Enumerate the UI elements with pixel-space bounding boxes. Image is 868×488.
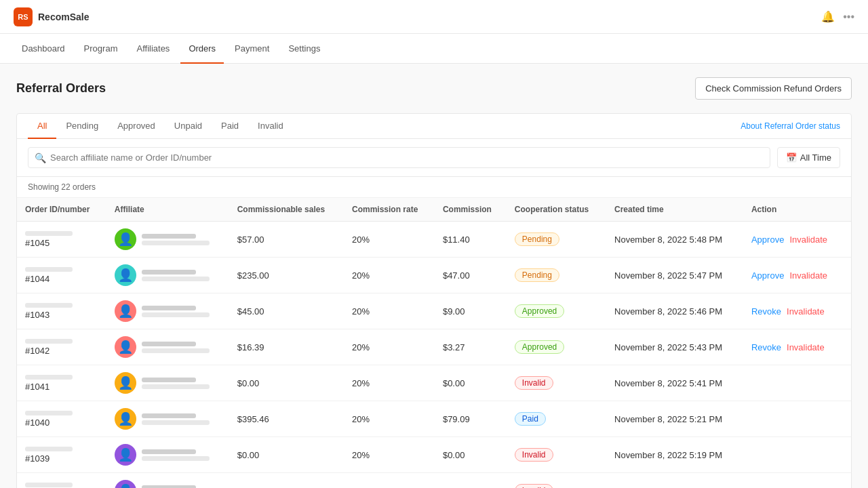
commission-rate-cell: 20% <box>344 329 435 365</box>
order-cell: #1045 <box>25 231 98 248</box>
topbar: RS RecomSale 🔔 ••• <box>0 0 868 34</box>
status-cell: Pending <box>507 222 606 258</box>
showing-text: Showing 22 orders <box>17 177 851 198</box>
main-nav: Dashboard Program Affiliates Orders Paym… <box>0 34 868 64</box>
commission-cell: $0.00 <box>435 365 507 401</box>
orders-card: All Pending Approved Unpaid Paid Invalid… <box>16 113 852 488</box>
page-header: Referral Orders Check Commission Refund … <box>16 77 852 100</box>
action-cell: RevokeInvalidate <box>743 329 851 365</box>
created-time-cell: November 8, 2022 5:21 PM <box>606 401 743 437</box>
nav-item-program[interactable]: Program <box>76 34 126 64</box>
commissionable-sales-cell: $235.00 <box>229 258 344 293</box>
about-referral-link[interactable]: About Referral Order status <box>741 115 840 138</box>
affiliate-name-bar <box>142 485 196 489</box>
affiliate-cell: 👤 <box>106 473 229 489</box>
affiliate-detail-bar <box>142 277 210 281</box>
order-id: #1043 <box>25 310 98 320</box>
tab-paid[interactable]: Paid <box>212 114 248 139</box>
created-time-cell: November 8, 2022 5:43 PM <box>606 329 743 365</box>
logo-icon: RS <box>14 7 33 26</box>
col-cooperation-status: Cooperation status <box>507 198 606 222</box>
created-time-cell: November 8, 2022 5:48 PM <box>606 222 743 258</box>
action-cell: RevokeInvalidate <box>743 293 851 329</box>
status-cell: Approved <box>507 293 606 329</box>
affiliate-info-cell: 👤 <box>115 444 221 466</box>
status-badge: Invalid <box>515 484 553 488</box>
avatar: 👤 <box>115 264 136 286</box>
col-commission-rate: Commission rate <box>344 198 435 222</box>
commission-cell: $0.00 <box>435 437 507 473</box>
table-row: #1044 👤 $235.0020%$47.00PendingNovember … <box>17 258 851 293</box>
commission-rate-cell: 20% <box>344 293 435 329</box>
commissionable-sales-cell: $16.39 <box>229 329 344 365</box>
order-id-cell: #1043 <box>17 293 106 329</box>
nav-item-settings[interactable]: Settings <box>280 34 328 64</box>
order-cell: #1042 <box>25 339 98 356</box>
commissionable-sales-cell: $395.46 <box>229 401 344 437</box>
tab-approved[interactable]: Approved <box>108 114 165 139</box>
action-approve-link[interactable]: Approve <box>751 270 784 281</box>
commission-cell: $47.00 <box>435 258 507 293</box>
affiliate-cell: 👤 <box>106 293 229 329</box>
action-invalidate-link[interactable]: Invalidate <box>789 235 827 245</box>
affiliate-info-cell: 👤 <box>115 264 221 286</box>
col-commission: Commission <box>435 198 507 222</box>
order-id-cell: #1039 <box>17 437 106 473</box>
commissionable-sales-cell: $45.00 <box>229 293 344 329</box>
search-icon: 🔍 <box>35 152 46 163</box>
nav-item-dashboard[interactable]: Dashboard <box>14 34 73 64</box>
status-cell: Invalid <box>507 473 606 489</box>
nav-item-payment[interactable]: Payment <box>226 34 277 64</box>
bell-icon[interactable]: 🔔 <box>821 10 835 23</box>
affiliate-detail-bar <box>142 456 210 461</box>
nav-item-affiliates[interactable]: Affiliates <box>128 34 178 64</box>
affiliate-cell: 👤 <box>106 437 229 473</box>
calendar-icon: 📅 <box>786 152 797 163</box>
col-affiliate: Affiliate <box>106 198 229 222</box>
order-id: #1044 <box>25 274 98 284</box>
action-invalidate-link[interactable]: Invalidate <box>787 342 825 352</box>
action-cell: ApproveInvalidate <box>743 222 851 258</box>
tab-all[interactable]: All <box>28 114 56 139</box>
more-options-icon[interactable]: ••• <box>843 11 854 23</box>
table-row: #1043 👤 $45.0020%$9.00ApprovedNovember 8… <box>17 293 851 329</box>
avatar: 👤 <box>115 408 136 430</box>
order-id-cell: #1041 <box>17 365 106 401</box>
commission-rate-cell: 20% <box>344 401 435 437</box>
tab-pending[interactable]: Pending <box>56 114 108 139</box>
commission-rate-cell: 20% <box>344 365 435 401</box>
tab-invalid[interactable]: Invalid <box>248 114 293 139</box>
action-invalidate-link[interactable]: Invalidate <box>789 270 827 281</box>
action-approve-link[interactable]: Approve <box>751 235 784 245</box>
brand-name: RecomSale <box>38 12 89 22</box>
action-cell: ApproveInvalidate <box>743 258 851 293</box>
search-wrapper: 🔍 <box>28 147 770 168</box>
table-row: #1038 👤 $0.0020%$0.00InvalidNovember 8, … <box>17 473 851 489</box>
action-revoke-link[interactable]: Revoke <box>751 342 781 352</box>
time-filter-button[interactable]: 📅 All Time <box>777 147 840 168</box>
nav-item-orders[interactable]: Orders <box>180 34 224 64</box>
affiliate-name-info <box>142 342 210 353</box>
search-input[interactable] <box>28 147 770 168</box>
affiliate-cell: 👤 <box>106 258 229 293</box>
commissionable-sales-cell: $0.00 <box>229 437 344 473</box>
order-cell: #1039 <box>25 447 98 464</box>
affiliate-name-info <box>142 306 210 317</box>
action-revoke-link[interactable]: Revoke <box>751 306 781 317</box>
topbar-left: RS RecomSale <box>14 7 89 26</box>
check-commission-button[interactable]: Check Commission Refund Orders <box>695 77 852 100</box>
affiliate-info-cell: 👤 <box>115 228 221 250</box>
tabs-left: All Pending Approved Unpaid Paid Invalid <box>28 114 293 138</box>
order-placeholder-bar <box>25 339 73 344</box>
affiliate-name-info <box>142 449 210 461</box>
table-row: #1042 👤 $16.3920%$3.27ApprovedNovember 8… <box>17 329 851 365</box>
created-time-cell: November 8, 2022 5:19 PM <box>606 437 743 473</box>
order-cell: #1040 <box>25 411 98 428</box>
action-invalidate-link[interactable]: Invalidate <box>787 306 825 317</box>
order-cell: #1041 <box>25 375 98 392</box>
commissionable-sales-cell: $0.00 <box>229 473 344 489</box>
tab-unpaid[interactable]: Unpaid <box>165 114 212 139</box>
col-created-time: Created time <box>606 198 743 222</box>
table-row: #1040 👤 $395.4620%$79.09PaidNovember 8, … <box>17 401 851 437</box>
order-id: #1040 <box>25 418 98 428</box>
